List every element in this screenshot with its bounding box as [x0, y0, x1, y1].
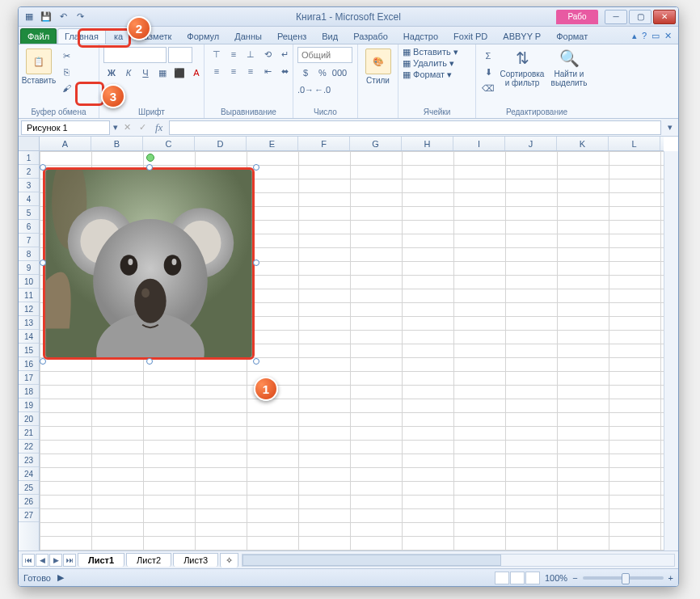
row-header[interactable]: 25 — [19, 481, 39, 495]
sheet-tab-2[interactable]: Лист2 — [126, 553, 171, 567]
view-break-icon[interactable] — [525, 572, 540, 584]
format-cells-button[interactable]: ▦ Формат ▾ — [403, 70, 452, 80]
zoom-slider[interactable] — [583, 576, 664, 580]
zoom-in-icon[interactable]: + — [668, 573, 673, 583]
resize-handle-s[interactable] — [146, 358, 153, 365]
row-header[interactable]: 23 — [19, 453, 39, 467]
col-header[interactable]: L — [609, 137, 660, 150]
sheet-tab-3[interactable]: Лист3 — [173, 553, 218, 567]
row-header[interactable]: 4 — [19, 192, 39, 206]
merge-icon[interactable]: ⬌ — [276, 64, 293, 78]
tab-view[interactable]: Вид — [314, 28, 345, 44]
col-header[interactable]: D — [195, 137, 247, 150]
options-icon[interactable]: ▭ — [652, 31, 660, 41]
clear-icon[interactable]: ⌫ — [480, 81, 496, 95]
row-header[interactable]: 12 — [19, 302, 39, 316]
orientation-icon[interactable]: ⟲ — [259, 47, 276, 61]
row-header[interactable]: 5 — [19, 206, 39, 220]
row-header[interactable]: 18 — [19, 385, 39, 399]
row-header[interactable]: 22 — [19, 440, 39, 453]
fill-icon[interactable]: ⬇ — [480, 65, 496, 79]
row-header[interactable]: 9 — [19, 261, 39, 275]
formula-bar[interactable] — [169, 120, 661, 135]
resize-handle-n[interactable] — [146, 164, 153, 171]
insert-cells-button[interactable]: ▦ Вставить ▾ — [403, 47, 458, 57]
save-icon[interactable]: 💾 — [39, 10, 53, 24]
col-header[interactable]: I — [453, 137, 505, 150]
row-header[interactable]: 24 — [19, 467, 39, 481]
align-right-icon[interactable]: ≡ — [242, 64, 259, 78]
resize-handle-ne[interactable] — [253, 164, 259, 171]
col-header[interactable]: C — [143, 137, 195, 150]
tab-home[interactable]: Главная — [57, 28, 106, 44]
expand-formula-icon[interactable]: ▾ — [664, 122, 676, 133]
row-header[interactable]: 26 — [19, 495, 39, 508]
font-color-icon[interactable]: A — [188, 65, 205, 80]
border-icon[interactable]: ▦ — [154, 65, 171, 80]
sheet-next-icon[interactable]: ▶ — [49, 554, 62, 567]
resize-handle-nw[interactable] — [40, 164, 46, 171]
row-header[interactable]: 1 — [19, 151, 39, 165]
italic-icon[interactable]: К — [120, 65, 137, 80]
copy-icon[interactable]: ⎘ — [58, 65, 74, 79]
row-header[interactable]: 7 — [19, 234, 39, 247]
row-header[interactable]: 8 — [19, 247, 39, 261]
view-layout-icon[interactable] — [510, 572, 525, 584]
col-header[interactable]: H — [402, 137, 453, 150]
find-select-button[interactable]: 🔍 Найти и выделить — [548, 47, 590, 87]
indent-dec-icon[interactable]: ⇤ — [259, 64, 276, 78]
align-left-icon[interactable]: ≡ — [209, 64, 225, 78]
tab-abbyy[interactable]: ABBYY P — [495, 28, 548, 44]
close-doc-icon[interactable]: ✕ — [664, 31, 672, 41]
horizontal-scrollbar[interactable] — [242, 554, 675, 567]
col-header[interactable]: F — [298, 137, 350, 150]
name-box[interactable] — [21, 120, 110, 135]
row-header[interactable]: 13 — [19, 316, 39, 330]
wrap-text-icon[interactable]: ↵ — [276, 47, 293, 61]
view-normal-icon[interactable] — [495, 572, 509, 584]
col-header[interactable]: G — [350, 137, 402, 150]
tab-review[interactable]: Реценз — [270, 28, 314, 44]
bold-icon[interactable]: Ж — [103, 65, 120, 80]
tab-data[interactable]: Данны — [227, 28, 269, 44]
inc-decimal-icon[interactable]: .0→ — [297, 82, 314, 97]
font-family-combo[interactable] — [103, 47, 167, 63]
macro-icon[interactable]: ▶ — [57, 572, 64, 583]
align-center-icon[interactable]: ≡ — [226, 64, 242, 78]
format-painter-icon[interactable]: 🖌 — [58, 81, 74, 95]
pink-tab[interactable]: Рабо — [556, 10, 598, 24]
cut-icon[interactable]: ✂ — [58, 49, 74, 63]
close-button[interactable]: ✕ — [653, 10, 676, 24]
col-header[interactable]: K — [557, 137, 609, 150]
col-header[interactable]: B — [91, 137, 143, 150]
row-header[interactable]: 3 — [19, 179, 39, 192]
row-header[interactable]: 20 — [19, 412, 39, 426]
row-header[interactable]: 10 — [19, 275, 39, 289]
row-header[interactable]: 14 — [19, 330, 39, 344]
resize-handle-w[interactable] — [40, 259, 46, 266]
worksheet-grid[interactable]: ABCDEFGHIJKL 123456789101112131415161718… — [19, 137, 678, 550]
new-sheet-icon[interactable]: ✧ — [220, 553, 238, 567]
percent-icon[interactable]: % — [314, 65, 331, 80]
tab-developer[interactable]: Разрабо — [346, 28, 395, 44]
fill-color-icon[interactable]: ⬛ — [171, 65, 188, 80]
resize-handle-sw[interactable] — [40, 358, 46, 365]
col-header[interactable]: A — [40, 137, 91, 150]
vertical-scrollbar[interactable] — [664, 151, 678, 550]
tab-addins[interactable]: Надстро — [396, 28, 445, 44]
picture-koala[interactable] — [43, 167, 255, 360]
row-header[interactable]: 21 — [19, 426, 39, 440]
styles-button[interactable]: 🎨 Стили — [362, 47, 394, 85]
align-bottom-icon[interactable]: ⊥ — [242, 47, 259, 61]
align-top-icon[interactable]: ⊤ — [209, 47, 225, 61]
row-header[interactable]: 19 — [19, 399, 39, 412]
sheet-tab-1[interactable]: Лист1 — [78, 553, 124, 567]
row-header[interactable]: 11 — [19, 289, 39, 302]
resize-handle-se[interactable] — [253, 358, 259, 365]
zoom-out-icon[interactable]: − — [572, 573, 577, 583]
help-icon[interactable]: ? — [642, 31, 647, 41]
column-headers[interactable]: ABCDEFGHIJKL — [40, 137, 664, 151]
resize-handle-e[interactable] — [253, 259, 259, 266]
paste-button[interactable]: 📋 Вставить — [23, 47, 55, 85]
number-format-combo[interactable]: Общий — [297, 47, 352, 63]
